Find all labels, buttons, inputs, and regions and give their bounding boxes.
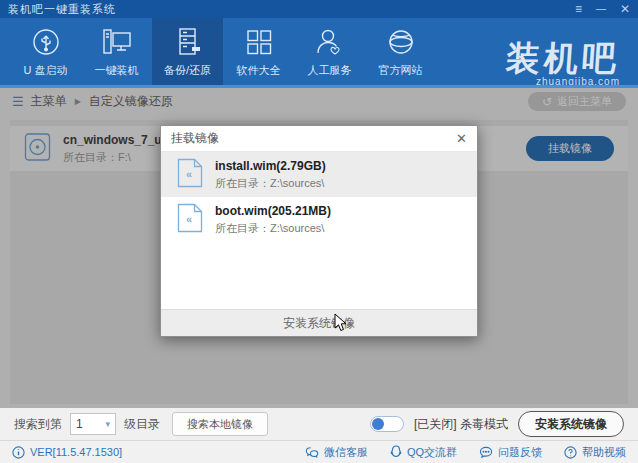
bottom-controls: 搜索到第 1 ▾ 级目录 搜索本地镜像 [已关闭] 杀毒模式 安装系统镜像 xyxy=(0,408,638,440)
svg-text:«: « xyxy=(186,213,192,225)
toggle-knob xyxy=(372,418,384,430)
wim-item-boot[interactable]: « boot.wim(205.21MB) 所在目录：Z:\sources\ xyxy=(161,197,477,242)
feedback-icon xyxy=(479,446,493,459)
depth-select[interactable]: 1 ▾ xyxy=(70,413,116,435)
wim-file-icon: « xyxy=(177,203,203,237)
nav-item-one-key-install[interactable]: 一键装机 xyxy=(81,18,152,85)
nav-item-usb-boot[interactable]: U 盘启动 xyxy=(10,18,81,85)
depth-select-value: 1 xyxy=(76,417,83,431)
wim-file-icon: « xyxy=(177,158,203,192)
minimize-icon[interactable]: — xyxy=(596,3,606,15)
mount-image-button[interactable]: 挂载镜像 xyxy=(526,136,614,161)
breadcrumb: ☰ 主菜单 ▶ 自定义镜像还原 ↺ 返回主菜单 xyxy=(0,88,638,115)
statusbar: VER[11.5.47.1530] 微信客服 QQ交流群 xyxy=(0,440,638,463)
antivirus-mode-label: [已关闭] 杀毒模式 xyxy=(414,416,508,433)
disc-icon xyxy=(24,132,51,166)
qq-group-link[interactable]: QQ交流群 xyxy=(390,445,457,460)
svg-text:«: « xyxy=(186,168,192,180)
computer-icon xyxy=(100,26,134,58)
list-icon: ☰ xyxy=(12,94,24,109)
nav-accent-strip xyxy=(0,85,638,88)
search-local-images-button[interactable]: 搜索本地镜像 xyxy=(172,412,268,436)
menu-icon[interactable]: ≡ xyxy=(575,3,582,15)
install-system-image-action[interactable]: 安装系统镜像 xyxy=(161,309,477,336)
nav-label: 人工服务 xyxy=(308,63,352,78)
help-videos-link[interactable]: 帮助视频 xyxy=(564,445,626,460)
wim-item-install[interactable]: « install.wim(2.79GB) 所在目录：Z:\sources\ xyxy=(161,152,477,197)
feedback-link[interactable]: 问题反馈 xyxy=(479,445,542,460)
wim-name: boot.wim(205.21MB) xyxy=(215,204,331,218)
install-system-image-button[interactable]: 安装系统镜像 xyxy=(518,411,624,437)
breadcrumb-root[interactable]: 主菜单 xyxy=(31,93,67,110)
close-icon[interactable]: ✕ xyxy=(620,3,630,15)
nav-label: U 盘启动 xyxy=(24,63,68,78)
brand-logo-text: 装机吧 xyxy=(505,40,622,76)
status-link-label: 问题反馈 xyxy=(498,445,542,460)
help-icon xyxy=(564,446,577,459)
nav-label: 一键装机 xyxy=(95,63,139,78)
nav-item-human-service[interactable]: 人工服务 xyxy=(294,18,365,85)
nav-item-backup-restore[interactable]: 备份/还原 xyxy=(152,18,223,85)
wim-name: install.wim(2.79GB) xyxy=(215,159,326,173)
nav-label: 软件大全 xyxy=(237,63,281,78)
person-icon xyxy=(314,26,346,58)
search-depth-prefix: 搜索到第 xyxy=(14,416,62,433)
status-link-label: 帮助视频 xyxy=(582,445,626,460)
usb-icon xyxy=(30,26,62,58)
search-depth-suffix: 级目录 xyxy=(124,416,160,433)
dialog-close-icon[interactable]: ✕ xyxy=(456,131,467,146)
app-window: 装机吧一键重装系统 ≡ — ✕ U 盘启动 xyxy=(0,0,638,463)
nav-label: 备份/还原 xyxy=(164,63,211,78)
status-link-label: QQ交流群 xyxy=(407,445,457,460)
breadcrumb-current: 自定义镜像还原 xyxy=(89,93,173,110)
chevron-down-icon: ▾ xyxy=(105,419,110,429)
mount-image-dialog: 挂载镜像 ✕ « install.wim(2.79GB) 所在目录：Z:\sou… xyxy=(160,125,478,337)
dialog-title: 挂载镜像 xyxy=(171,130,219,147)
info-icon xyxy=(12,446,25,459)
globe-icon xyxy=(385,26,417,58)
back-arrow-icon: ↺ xyxy=(542,96,552,108)
back-button-label: 返回主菜单 xyxy=(557,94,612,109)
grid-icon xyxy=(243,26,275,58)
wim-directory: 所在目录：Z:\sources\ xyxy=(215,221,331,236)
antivirus-mode-toggle[interactable] xyxy=(370,416,404,432)
main-nav: U 盘启动 一键装机 备份/还原 xyxy=(0,18,638,85)
wechat-support-link[interactable]: 微信客服 xyxy=(305,445,368,460)
titlebar: 装机吧一键重装系统 ≡ — ✕ xyxy=(0,0,638,18)
chevron-right-icon: ▶ xyxy=(75,97,81,106)
wim-directory: 所在目录：Z:\sources\ xyxy=(215,176,326,191)
nav-item-software[interactable]: 软件大全 xyxy=(223,18,294,85)
back-to-main-menu-button[interactable]: ↺ 返回主菜单 xyxy=(528,92,626,111)
dialog-header: 挂载镜像 ✕ xyxy=(161,126,477,152)
qq-icon xyxy=(390,445,402,459)
backup-restore-icon xyxy=(172,26,204,58)
nav-label: 官方网站 xyxy=(379,63,423,78)
window-title: 装机吧一键重装系统 xyxy=(8,2,116,17)
nav-item-official-site[interactable]: 官方网站 xyxy=(365,18,436,85)
wechat-icon xyxy=(305,446,319,459)
status-link-label: 微信客服 xyxy=(324,445,368,460)
version-text: VER[11.5.47.1530] xyxy=(30,446,122,458)
version-info: VER[11.5.47.1530] xyxy=(12,446,122,459)
brand-logo: 装机吧 zhuangjiba.com xyxy=(506,40,620,87)
